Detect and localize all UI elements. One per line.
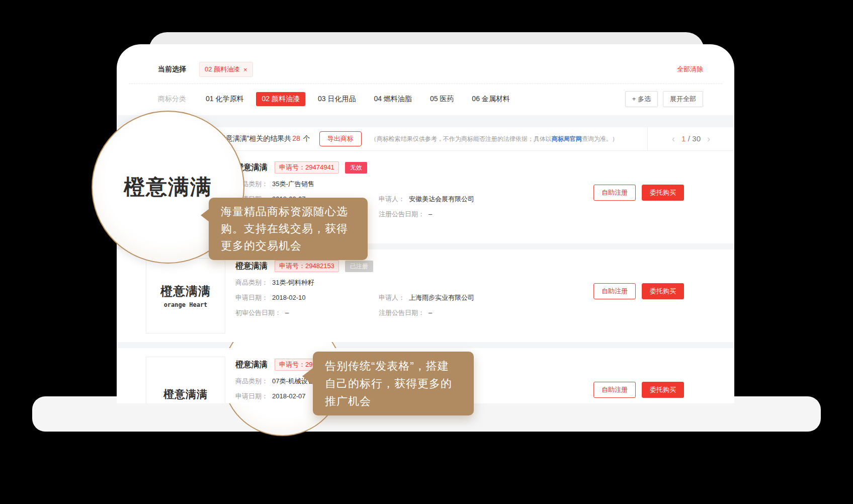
trademark-office-link[interactable]: 商标局官网 (552, 135, 582, 142)
self-register-button[interactable]: 自助注册 (593, 185, 636, 201)
self-register-button[interactable]: 自助注册 (593, 283, 636, 299)
tooltip-line: 告别传统“发表格”，搭建 (325, 357, 462, 375)
first-pub-value: – (285, 308, 289, 317)
disclaimer-pre: （商标检索结果仅供参考，不作为商标能否注册的法律依据；具体以 (371, 135, 552, 142)
self-register-button[interactable]: 自助注册 (593, 382, 636, 398)
reg-pub-label: 注册公告日期： (379, 210, 424, 219)
stage: 当前选择 02 颜料油漆 × 全部清除 商标分类 01 化学原料 02 颜料油漆… (0, 0, 853, 504)
page-indicator: 1 / 30 (681, 134, 701, 143)
trademark-title-line: 橙意满满 申请号：29482153 已注册 (235, 260, 593, 272)
application-number-value: 29474941 (305, 163, 334, 171)
category-item-02-active[interactable]: 02 颜料油漆 (256, 92, 305, 106)
application-number-label: 申请号： (279, 163, 305, 171)
callout-tooltip-2: 告别传统“发表格”，搭建 自己的标行，获得更多的 推广机会 (313, 352, 474, 415)
application-number-label: 申请号： (279, 262, 305, 270)
reg-pub-value: – (429, 210, 432, 219)
tooltip-arrow-left-icon (201, 209, 209, 222)
trademark-details: 橙意满满 申请号：29482153 已注册 商品类别：31类-饲料种籽 申请日期… (235, 258, 593, 333)
filter-bar: 当前选择 02 颜料油漆 × 全部清除 (117, 44, 734, 83)
field-line: 申请日期：2018-02-10 申请人：上海雨步实业有限公司 (235, 293, 593, 302)
application-number-tag: 申请号：29474941 (275, 161, 339, 174)
trademark-image: 橙意满满 orange Heart (146, 258, 225, 333)
trademark-name: 橙意满满 (235, 360, 268, 370)
current-page: 1 (681, 134, 686, 143)
total-pages: 30 (692, 134, 701, 143)
row-gap (117, 342, 734, 348)
category-bar-label: 商标分类 (158, 95, 186, 104)
clear-all-button[interactable]: 全部清除 (677, 65, 703, 74)
results-summary-suffix: 个 (301, 134, 310, 142)
apply-date-value: 2018-02-07 (272, 392, 306, 401)
next-page-icon[interactable]: › (707, 134, 710, 143)
reg-pub-label: 注册公告日期： (379, 308, 424, 317)
apply-date-label: 申请日期： (235, 293, 268, 302)
apply-date-label: 申请日期： (235, 392, 268, 401)
category-item-04[interactable]: 04 燃料油脂 (368, 92, 417, 106)
category-item-01[interactable]: 01 化学原料 (200, 92, 249, 106)
field-line: 初审公告日期：– 注册公告日期：– (235, 308, 593, 317)
category-bar: 商标分类 01 化学原料 02 颜料油漆 03 日化用品 04 燃料油脂 05 … (117, 84, 734, 115)
trademark-image-subtext: orange Heart (164, 301, 208, 308)
trademark-image-text: 橙意满满 (160, 283, 211, 299)
tooltip-line: 更多的交易机会 (221, 237, 356, 255)
status-badge: 无效 (345, 162, 367, 174)
category-item-05[interactable]: 05 医药 (424, 92, 459, 106)
prev-page-icon[interactable]: ‹ (672, 134, 675, 143)
entrust-buy-button[interactable]: 委托购买 (642, 185, 684, 201)
applicant-value: 安徽美达会展有限公司 (409, 195, 474, 204)
results-disclaimer: （商标检索结果仅供参考，不作为商标能否注册的法律依据；具体以商标局官网查询为准。… (371, 135, 618, 143)
applicant-label: 申请人： (379, 293, 405, 302)
tooltip-arrow-left-icon (302, 368, 313, 385)
application-number-value: 29482153 (305, 262, 334, 270)
tooltip-line: 自己的标行，获得更多的 (325, 375, 462, 392)
selected-filter-tag-text: 02 颜料油漆 (205, 65, 240, 74)
category-field-label: 商品类别： (235, 278, 268, 287)
export-trademarks-button[interactable]: 导出商标 (319, 131, 362, 146)
results-count: 28 (291, 134, 301, 142)
multi-select-button[interactable]: + 多选 (625, 91, 658, 107)
applicant-label: 申请人： (379, 195, 405, 204)
trademark-title-line: 橙意满满 申请号：29474941 无效 (235, 161, 593, 174)
status-badge: 已注册 (345, 261, 373, 272)
entrust-buy-button[interactable]: 委托购买 (642, 382, 684, 398)
page-separator: / (688, 134, 690, 143)
table-row: 橙意满满 orange Heart 橙意满满 申请号：29482153 已注册 … (117, 249, 734, 342)
tooltip-line: 推广机会 (325, 392, 462, 410)
reg-pub-value: – (429, 308, 432, 317)
tooltip-line: 购。支持在线交易，获得 (221, 220, 356, 237)
trademark-image: 橙意满满 (146, 357, 225, 403)
category-field-value: 35类-广告销售 (272, 180, 314, 189)
category-actions: + 多选 展开全部 (625, 91, 703, 107)
pagination: ‹ 1 / 30 › (647, 127, 734, 150)
first-pub-label: 初审公告日期： (235, 308, 281, 317)
apply-date-value: 2018-02-10 (272, 293, 306, 302)
current-selection-label: 当前选择 (158, 65, 186, 74)
application-number-tag: 申请号：29482153 (275, 260, 339, 272)
row-actions: 自助注册 委托购买 (593, 283, 684, 299)
applicant-value: 上海雨步实业有限公司 (409, 293, 474, 302)
category-item-06[interactable]: 06 金属材料 (466, 92, 515, 106)
row-actions: 自助注册 委托购买 (593, 382, 684, 398)
application-number-label: 申请号： (279, 361, 305, 368)
field-line: 商品类别：31类-饲料种籽 (235, 278, 593, 287)
trademark-name: 橙意满满 (235, 261, 268, 272)
row-actions: 自助注册 委托购买 (593, 185, 684, 201)
selected-filter-tag[interactable]: 02 颜料油漆 × (199, 62, 253, 77)
entrust-buy-button[interactable]: 委托购买 (642, 283, 684, 299)
tag-close-icon[interactable]: × (243, 66, 247, 73)
category-item-03[interactable]: 03 日化用品 (312, 92, 361, 106)
tooltip-line: 海量精品商标资源随心选 (221, 203, 356, 220)
field-line: 商品类别：35类-广告销售 (235, 180, 593, 189)
trademark-image-text: 橙意满满 (163, 387, 208, 401)
disclaimer-post: 查询为准。） (582, 135, 618, 142)
category-field-value: 31类-饲料种籽 (272, 278, 314, 287)
expand-all-button[interactable]: 展开全部 (663, 91, 703, 107)
callout-tooltip-1: 海量精品商标资源随心选 购。支持在线交易，获得 更多的交易机会 (209, 198, 368, 260)
category-field-label: 商品类别： (235, 377, 268, 386)
magnified-trademark-text: 橙意满满 (124, 173, 212, 201)
